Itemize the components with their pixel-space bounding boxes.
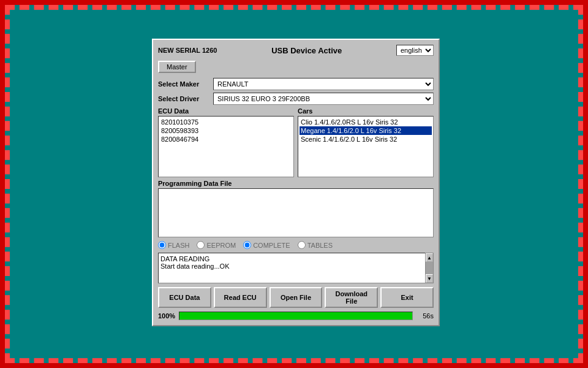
- ecu-data-list[interactable]: 8201010375 8200598393 8200846794: [158, 116, 294, 177]
- progress-bar-fill: [179, 312, 412, 320]
- progress-time: 56s: [415, 312, 434, 320]
- log-container: DATA READING Start data reading...OK ▲ ▼: [158, 253, 434, 283]
- list-item[interactable]: 8200846794: [160, 135, 292, 144]
- list-item[interactable]: 8201010375: [160, 118, 292, 126]
- progress-percent: 100%: [158, 312, 176, 320]
- log-scrollbar[interactable]: ▲ ▼: [425, 253, 434, 283]
- driver-row: Select Driver SIRIUS 32 EURO 3 29F200BB: [158, 93, 434, 105]
- complete-radio[interactable]: [243, 241, 251, 249]
- master-button[interactable]: Master: [158, 61, 196, 73]
- list-item[interactable]: Scenic 1.4/1.6/2.0 L 16v Siris 32: [300, 135, 432, 144]
- progress-row: 100% 56s: [158, 312, 434, 320]
- two-col-section: ECU Data 8201010375 8200598393 820084679…: [158, 107, 434, 177]
- eeprom-radio-label[interactable]: EEPROM: [197, 241, 236, 249]
- status-label: USB Device Active: [271, 46, 342, 55]
- log-line-2: Start data reading...OK: [160, 263, 423, 270]
- programming-text-box[interactable]: [158, 188, 434, 237]
- flash-radio[interactable]: [158, 241, 166, 249]
- download-file-button[interactable]: Download File: [325, 287, 378, 308]
- ecu-data-button[interactable]: ECU Data: [158, 287, 211, 308]
- scroll-down-arrow[interactable]: ▼: [426, 274, 433, 283]
- serial-label: NEW SERIAL 1260: [158, 47, 217, 54]
- tables-radio-label[interactable]: TABLES: [298, 241, 333, 249]
- driver-select[interactable]: SIRIUS 32 EURO 3 29F200BB: [213, 93, 434, 105]
- tables-label: TABLES: [307, 242, 333, 249]
- exit-button[interactable]: Exit: [380, 287, 434, 308]
- language-select[interactable]: english: [396, 45, 434, 56]
- flash-radio-label[interactable]: FLASH: [158, 241, 189, 249]
- scroll-up-arrow[interactable]: ▲: [426, 253, 433, 262]
- cars-label: Cars: [298, 107, 434, 115]
- maker-row: Select Maker RENAULT: [158, 78, 434, 90]
- scroll-track[interactable]: [426, 262, 433, 274]
- log-line-1: DATA READING: [160, 255, 423, 263]
- list-item-selected[interactable]: Megane 1.4/1.6/2.0 L 16v Siris 32: [300, 126, 432, 135]
- maker-label: Select Maker: [158, 80, 213, 88]
- eeprom-radio[interactable]: [197, 241, 205, 249]
- flash-label: FLASH: [168, 242, 189, 249]
- log-box: DATA READING Start data reading...OK: [158, 253, 434, 283]
- list-item[interactable]: Clio 1.4/1.6/2.0RS L 16v Siris 32: [300, 118, 432, 126]
- open-file-button[interactable]: Open File: [270, 287, 323, 308]
- programming-section: Programming Data File: [158, 180, 434, 237]
- complete-radio-label[interactable]: COMPLETE: [243, 241, 290, 249]
- eeprom-label: EEPROM: [206, 242, 236, 249]
- main-window: NEW SERIAL 1260 USB Device Active englis…: [152, 39, 440, 326]
- tables-radio[interactable]: [298, 241, 306, 249]
- read-ecu-button[interactable]: Read ECU: [214, 287, 267, 308]
- button-row: ECU Data Read ECU Open File Download Fil…: [158, 287, 434, 308]
- progress-bar-container: [179, 312, 413, 320]
- list-item[interactable]: 8200598393: [160, 126, 292, 135]
- programming-label: Programming Data File: [158, 180, 434, 187]
- cars-list[interactable]: Clio 1.4/1.6/2.0RS L 16v Siris 32 Megane…: [298, 116, 434, 177]
- title-bar: NEW SERIAL 1260 USB Device Active englis…: [158, 45, 434, 56]
- cars-section: Cars Clio 1.4/1.6/2.0RS L 16v Siris 32 M…: [298, 107, 434, 177]
- complete-label: COMPLETE: [253, 242, 290, 249]
- radio-row: FLASH EEPROM COMPLETE TABLES: [158, 240, 434, 250]
- ecu-data-label: ECU Data: [158, 107, 294, 115]
- ecu-data-section: ECU Data 8201010375 8200598393 820084679…: [158, 107, 294, 177]
- driver-label: Select Driver: [158, 95, 213, 102]
- maker-select[interactable]: RENAULT: [213, 78, 434, 90]
